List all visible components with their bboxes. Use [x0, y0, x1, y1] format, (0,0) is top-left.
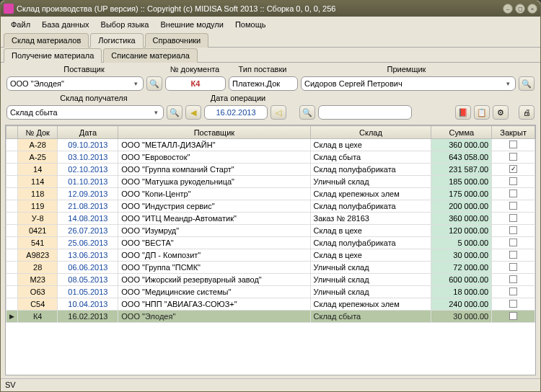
- toolbar-settings-button[interactable]: ⚙: [493, 105, 509, 120]
- table-row[interactable]: О6301.05.2013ООО "Медицинские системы"Ул…: [6, 286, 535, 298]
- toolbar-print-button[interactable]: 🖨: [519, 105, 535, 120]
- closed-checkbox[interactable]: [509, 214, 517, 222]
- table-row[interactable]: 042126.07.2013ООО "Изумруд"Склад в цехе1…: [6, 225, 535, 237]
- main-window: Склад производства (UP версия) :: Copyri…: [0, 0, 541, 392]
- table-row[interactable]: 11401.10.2013ООО "Матушка рукодельница"У…: [6, 176, 535, 188]
- supplier-lookup-button[interactable]: 🔍: [146, 76, 162, 91]
- closed-checkbox[interactable]: [509, 312, 517, 320]
- search-icon: 🔍: [170, 108, 180, 117]
- closed-checkbox[interactable]: [509, 226, 517, 234]
- col-header[interactable]: Дата: [58, 126, 118, 139]
- supplytype-combo[interactable]: ▾: [229, 76, 298, 91]
- table-row[interactable]: У-814.08.2013ООО "ИТЦ Меандр-Автоматик"З…: [6, 213, 535, 225]
- close-button[interactable]: ×: [527, 4, 537, 14]
- secondary-tabs: Получение материала Списание материала: [1, 48, 540, 63]
- table-row[interactable]: 2806.06.2013ООО "Группа "ПСМК"Уличный ск…: [6, 262, 535, 274]
- closed-checkbox[interactable]: [509, 251, 517, 259]
- receiver-input[interactable]: [304, 79, 503, 88]
- closed-checkbox[interactable]: [509, 141, 517, 148]
- recvwh-combo[interactable]: ▾: [6, 105, 164, 120]
- col-header[interactable]: Поставщик: [118, 126, 310, 139]
- menu-help[interactable]: Помощь: [229, 19, 272, 30]
- table-row[interactable]: 11921.08.2013ООО "Индустрия сервис"Склад…: [6, 200, 535, 213]
- closed-checkbox[interactable]: [509, 153, 517, 161]
- table-row[interactable]: 1402.10.2013ООО "Группа компаний Старт"С…: [6, 164, 535, 176]
- docnum-field[interactable]: К4: [165, 76, 226, 91]
- col-header[interactable]: Склад: [310, 126, 431, 139]
- magnifier-icon: 🔍: [302, 108, 312, 117]
- col-header[interactable]: [6, 126, 18, 139]
- data-grid[interactable]: № ДокДатаПоставщикСкладСуммаЗакрыт А-280…: [5, 125, 536, 375]
- menubar: Файл База данных Выбор языка Внешние мод…: [1, 17, 540, 32]
- tab-receive-material[interactable]: Получение материала: [4, 48, 102, 63]
- opdate-label: Дата операции: [184, 94, 292, 102]
- supplier-combo[interactable]: ▾: [6, 76, 144, 91]
- triangle-right-icon: ◁: [276, 108, 281, 117]
- receiver-label: Приемщик: [300, 65, 513, 74]
- status-text: SV: [5, 380, 16, 389]
- tab-materials-warehouse[interactable]: Склад материалов: [4, 33, 89, 48]
- recvwh-input[interactable]: [10, 108, 151, 117]
- minimize-button[interactable]: –: [503, 4, 513, 14]
- closed-checkbox[interactable]: [509, 300, 517, 308]
- search-button[interactable]: 🔍: [299, 105, 315, 120]
- receiver-combo[interactable]: ▾: [301, 76, 516, 91]
- menu-file[interactable]: Файл: [5, 19, 36, 30]
- chevron-down-icon[interactable]: ▾: [151, 109, 160, 116]
- receiver-lookup-button[interactable]: 🔍: [519, 76, 535, 91]
- supplier-input[interactable]: [10, 79, 131, 88]
- tab-references[interactable]: Справочники: [145, 33, 209, 48]
- book-icon: 📕: [458, 108, 468, 117]
- window-title: Склад производства (UP версия) :: Copyri…: [17, 4, 501, 13]
- table-row[interactable]: А-2503.10.2013ООО "Евровосток"Склад сбыт…: [6, 151, 535, 164]
- recvwh-lookup-button[interactable]: 🔍: [167, 105, 182, 120]
- search-input[interactable]: [322, 108, 421, 117]
- app-icon: [4, 4, 14, 14]
- search-icon: 🔍: [149, 79, 159, 89]
- copy-icon: 📋: [477, 108, 487, 117]
- filter-panel: Поставщик № документа Тип поставки Прием…: [1, 63, 540, 125]
- maximize-button[interactable]: ◻: [515, 4, 525, 14]
- closed-checkbox[interactable]: [509, 263, 517, 271]
- supplytype-label: Тип поставки: [228, 65, 297, 74]
- col-header[interactable]: Закрыт: [492, 126, 535, 139]
- tab-writeoff-material[interactable]: Списание материала: [103, 48, 197, 63]
- date-next-button[interactable]: ◁: [270, 105, 286, 120]
- search-text[interactable]: [318, 105, 412, 120]
- table-row[interactable]: М2308.05.2013ООО "Ижорский резервуарный …: [6, 274, 535, 286]
- statusbar: SV: [1, 378, 540, 391]
- titlebar[interactable]: Склад производства (UP версия) :: Copyri…: [1, 1, 540, 17]
- col-header[interactable]: Сумма: [431, 126, 492, 139]
- closed-checkbox[interactable]: [509, 288, 517, 295]
- primary-tabs: Склад материалов Логистика Справочники: [1, 32, 540, 48]
- tab-logistics[interactable]: Логистика: [90, 33, 143, 48]
- table-row[interactable]: 11812.09.2013ООО "Копи-Центр"Склад крепе…: [6, 188, 535, 200]
- col-header[interactable]: № Док: [18, 126, 58, 139]
- date-prev-button[interactable]: ◀: [185, 105, 201, 120]
- closed-checkbox[interactable]: [509, 275, 517, 283]
- chevron-down-icon[interactable]: ▾: [503, 80, 512, 87]
- gear-icon: ⚙: [497, 108, 504, 117]
- closed-checkbox[interactable]: [509, 165, 517, 173]
- table-row[interactable]: С5410.04.2013ООО "НПП "АВИАГАЗ-СОЮЗ+"Скл…: [6, 298, 535, 311]
- recvwh-label: Склад получателя: [6, 94, 181, 102]
- search-icon: 🔍: [522, 79, 532, 89]
- closed-checkbox[interactable]: [509, 202, 517, 210]
- supplier-label: Поставщик: [6, 65, 162, 74]
- opdate-field[interactable]: 16.02.2013: [204, 105, 268, 120]
- closed-checkbox[interactable]: [509, 239, 517, 246]
- table-row[interactable]: А982313.06.2013ООО "ДП - Композит"Склад …: [6, 249, 535, 262]
- closed-checkbox[interactable]: [509, 190, 517, 197]
- table-row[interactable]: ▶К416.02.2013ООО "Элодея"Склад сбыта30 0…: [6, 311, 535, 323]
- menu-language[interactable]: Выбор языка: [95, 19, 155, 30]
- toolbar-copy-button[interactable]: 📋: [474, 105, 490, 120]
- chevron-down-icon[interactable]: ▾: [131, 80, 140, 87]
- print-icon: 🖨: [523, 108, 531, 117]
- table-row[interactable]: 54125.06.2013ООО "ВЕСТА"Склад полуфабрик…: [6, 237, 535, 249]
- menu-database[interactable]: База данных: [36, 19, 95, 30]
- docnum-label: № документа: [164, 65, 225, 74]
- closed-checkbox[interactable]: [509, 177, 517, 185]
- toolbar-book-button[interactable]: 📕: [455, 105, 471, 120]
- menu-external[interactable]: Внешние модули: [155, 19, 229, 30]
- table-row[interactable]: А-2809.10.2013ООО "МЕТАЛЛ-ДИЗАЙН"Склад в…: [6, 139, 535, 151]
